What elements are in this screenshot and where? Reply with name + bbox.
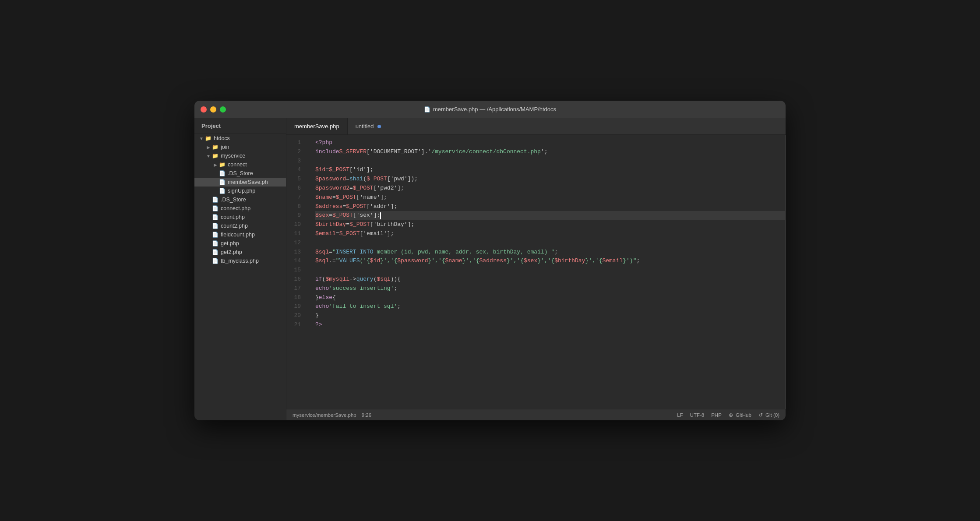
chevron-icon: ▼ [198,136,205,141]
line-number-7: 7 [291,193,301,202]
line-number-15: 15 [291,266,301,275]
tree-item-count[interactable]: 📄count.php [194,213,286,222]
tree-item-label: count.php [221,214,245,220]
tree-item-label: myservice [221,153,245,159]
github-link[interactable]: ⊕ GitHub [729,412,751,418]
language: PHP [711,412,722,418]
line-number-18: 18 [291,293,301,303]
file-icon: 📄 [212,258,219,264]
tree-item-label: memberSave.ph [228,179,268,185]
line-number-10: 10 [291,220,301,229]
file-icon: 📄 [212,223,219,229]
file-icon: 📄 [219,179,226,185]
tree-item-count2[interactable]: 📄count2.php [194,222,286,230]
line-number-4: 4 [291,165,301,175]
tree-item-label: connect [228,162,247,168]
tree-item-htdocs[interactable]: ▼📁htdocs [194,134,286,143]
tree-item-get[interactable]: 📄get.php [194,239,286,248]
tree-item-label: tb_myclass.php [221,258,259,264]
github-icon: ⊕ [729,412,733,418]
minimize-button[interactable] [210,106,216,113]
statusbar-left: myservice/memberSave.php 9:26 [293,412,677,418]
traffic-lights [201,106,226,113]
tree-item-join[interactable]: ▶📁join [194,143,286,151]
code-line-3 [315,157,785,166]
code-line-21: ?> [315,320,785,330]
line-number-11: 11 [291,229,301,239]
line-number-9: 9 [291,211,301,220]
code-line-19: echo 'fail to insert sql'; [315,302,785,311]
file-icon: 📄 [212,249,219,255]
tree-item-tb_myclass[interactable]: 📄tb_myclass.php [194,257,286,265]
file-path: myservice/memberSave.php [293,412,356,418]
tree-item-ds_store1[interactable]: 📄.DS_Store [194,169,286,178]
code-line-4: $id = $_POST['id']; [315,165,785,175]
line-number-20: 20 [291,311,301,320]
line-number-5: 5 [291,175,301,184]
tree-item-label: .DS_Store [228,170,253,176]
tab-unsaved-indicator [377,125,381,128]
scroll-gutter [785,135,786,409]
app-window: 📄 memberSave.php — /Applications/MAMP/ht… [194,101,786,420]
line-number-16: 16 [291,275,301,284]
file-icon: 📄 [219,170,226,176]
editor-area[interactable]: 123456789101112131415161718192021 <?php … [286,135,786,409]
tree-item-connect_php[interactable]: 📄connect.php [194,204,286,213]
tab-label-memberSave: memberSave.php [294,123,339,130]
file-icon: 📄 [424,106,430,113]
tree-item-get2[interactable]: 📄get2.php [194,248,286,257]
close-button[interactable] [201,106,207,113]
tree-item-label: .DS_Store [221,197,246,203]
tree-item-label: get2.php [221,249,242,255]
code-line-13: $sql = "INSERT INTO member (id, pwd, nam… [315,248,785,257]
statusbar: myservice/memberSave.php 9:26 LF UTF-8 P… [286,409,786,420]
tree-item-fieldcount[interactable]: 📄fieldcount.php [194,230,286,239]
line-numbers: 123456789101112131415161718192021 [286,135,308,409]
file-icon: 📄 [212,197,219,203]
line-number-6: 6 [291,184,301,193]
tree-item-signUp[interactable]: 📄signUp.php [194,187,286,195]
chevron-icon: ▼ [205,154,212,158]
file-icon: 📄 [212,214,219,220]
code-line-12 [315,239,785,248]
code-editor[interactable]: <?php include $_SERVER['DOCUMENT_ROOT'].… [308,135,785,409]
code-line-5: $password = sha1($_POST['pwd']); [315,175,785,184]
line-number-1: 1 [291,138,301,148]
window-title: 📄 memberSave.php — /Applications/MAMP/ht… [424,106,556,113]
maximize-button[interactable] [220,106,226,113]
line-ending: LF [677,412,683,418]
tree-item-connect[interactable]: ▶📁connect [194,160,286,169]
folder-icon: 📁 [219,162,226,168]
folder-icon: 📁 [212,153,219,159]
line-number-19: 19 [291,302,301,311]
sidebar: Project ▼📁htdocs▶📁join▼📁myservice▶📁conne… [194,118,286,420]
line-number-13: 13 [291,248,301,257]
tree-item-label: get.php [221,240,239,246]
tree-item-myservice[interactable]: ▼📁myservice [194,151,286,160]
code-line-8: $address = $_POST['addr']; [315,202,785,211]
title-text: memberSave.php — /Applications/MAMP/htdo… [433,106,556,113]
tab-untitled[interactable]: untitled [348,118,389,134]
code-line-1: <?php [315,138,785,148]
code-line-20: } [315,311,785,320]
code-line-9: $sex = $_POST['sex']; [315,211,785,220]
tree-item-memberSave[interactable]: 📄memberSave.ph [194,178,286,187]
file-icon: 📄 [212,232,219,238]
tree-item-ds_store2[interactable]: 📄.DS_Store [194,195,286,204]
tree-item-label: fieldcount.php [221,232,255,238]
tab-label-untitled: untitled [356,123,374,130]
line-number-3: 3 [291,157,301,166]
tree-item-label: htdocs [214,135,230,141]
git-icon: ↺ [758,412,763,418]
tree-item-label: signUp.php [228,188,255,194]
code-line-6: $password2 = $_POST['pwd2']; [315,184,785,193]
tree-item-label: count2.php [221,223,248,229]
statusbar-right: LF UTF-8 PHP ⊕ GitHub ↺ Git (0) [677,412,779,418]
code-line-10: $birthDay = $_POST['birthDay']; [315,220,785,229]
git-label: Git (0) [765,412,779,418]
encoding: UTF-8 [690,412,705,418]
tab-memberSave[interactable]: memberSave.php [286,118,348,134]
code-line-14: $sql .= "VALUES('{$id}','{$password}','{… [315,257,785,266]
titlebar: 📄 memberSave.php — /Applications/MAMP/ht… [194,101,786,118]
git-status[interactable]: ↺ Git (0) [758,412,779,418]
